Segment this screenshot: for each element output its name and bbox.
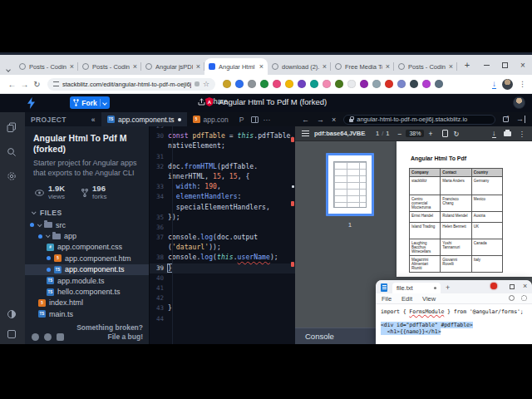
editor-tab-app-component-ts[interactable]: TS app.component.ts [101, 112, 187, 126]
extension-icon[interactable] [435, 80, 443, 88]
browser-tab[interactable]: Free Media Tools× [331, 58, 394, 75]
tree-item-app-component-htm[interactable]: 5app.component.htm [25, 253, 149, 264]
prettier-button[interactable]: P [239, 116, 244, 124]
extension-icon[interactable] [323, 80, 331, 88]
split-editor-icon[interactable] [251, 116, 259, 123]
preview-address-bar[interactable]: angular-html-to-pdf-m-oeji6j.stackblitz.… [343, 115, 495, 125]
extension-icon[interactable] [372, 80, 381, 88]
tab-search-chevron-icon[interactable] [2, 60, 13, 71]
search-icon[interactable] [7, 147, 17, 158]
extension-icon[interactable] [273, 80, 281, 88]
tree-item-index-html[interactable]: 5index.html [25, 298, 149, 308]
extension-icon[interactable] [260, 80, 268, 88]
forward-button[interactable]: → [18, 80, 31, 89]
extension-icon[interactable] [235, 80, 244, 88]
extension-icon[interactable] [422, 80, 431, 88]
twitter-icon[interactable] [32, 333, 39, 341]
code-editor[interactable]: 2930const pdfTable = this.pdfTable.nativ… [150, 126, 295, 344]
files-section-header[interactable]: FILES [25, 204, 149, 219]
extension-icon[interactable] [298, 80, 306, 88]
browser-tab[interactable]: Angular jsPDF-Auto× [141, 58, 204, 75]
zoom-in-button[interactable]: + [428, 130, 432, 138]
pdf-more-icon[interactable]: ⋮ [519, 130, 526, 138]
tab-close-icon[interactable]: × [259, 63, 264, 71]
tab-close-icon[interactable]: × [323, 63, 327, 71]
pdf-print-icon[interactable] [504, 131, 511, 136]
browser-tab[interactable]: Posts - Coding Shiks× [15, 58, 78, 75]
tab-close-icon[interactable]: × [386, 63, 390, 71]
fork-dropdown-icon[interactable] [102, 101, 107, 106]
extension-icon[interactable] [335, 80, 343, 88]
fit-page-icon[interactable] [442, 130, 448, 137]
menu-view[interactable]: View [422, 295, 436, 303]
preview-forward-icon[interactable]: → [317, 116, 324, 124]
file-a-bug-link[interactable]: File a bug! [76, 332, 143, 342]
window-close-button[interactable]: × [514, 55, 532, 75]
project-files-icon[interactable] [7, 122, 17, 133]
pdf-download-icon[interactable]: ↓ [492, 130, 496, 138]
theme-contrast-icon[interactable] [7, 309, 17, 320]
tab-close-icon[interactable]: × [196, 63, 200, 71]
editor-more-icon[interactable]: ⋯ [264, 116, 271, 124]
notepad-tab[interactable]: file.txt [392, 283, 441, 293]
tab-close-icon[interactable]: × [133, 63, 137, 71]
stackblitz-logo-icon[interactable] [27, 97, 35, 109]
zoom-level[interactable]: 38% [406, 130, 424, 137]
profile-avatar[interactable] [502, 79, 513, 90]
notepad-maximize-button[interactable] [510, 284, 515, 289]
collapse-panel-icon[interactable] [7, 329, 17, 340]
discord-icon[interactable] [57, 333, 64, 341]
tree-item-app[interactable]: app [25, 230, 149, 241]
browser-tab[interactable]: Posts - Coding Shiks× [394, 58, 457, 75]
tree-item-src[interactable]: src [25, 219, 149, 230]
preview-close-icon[interactable]: × [332, 116, 336, 124]
open-in-new-tab-icon[interactable] [503, 116, 509, 122]
rotate-icon[interactable]: ↻ [453, 130, 459, 138]
extension-icon[interactable] [385, 80, 393, 88]
user-avatar[interactable] [513, 96, 525, 109]
window-maximize-button[interactable] [495, 55, 514, 75]
zoom-out-button[interactable]: − [397, 130, 401, 138]
extension-icon[interactable] [397, 80, 406, 88]
extension-icon[interactable] [310, 80, 318, 88]
new-tab-button[interactable]: + [461, 59, 474, 72]
menu-edit[interactable]: Edit [401, 295, 412, 303]
extension-icon[interactable] [248, 80, 256, 88]
browser-menu-icon[interactable]: ⋮ [519, 80, 526, 88]
notepad-titlebar[interactable]: file.txt + × [376, 280, 532, 293]
notepad-close-button[interactable]: × [523, 282, 527, 290]
preview-back-icon[interactable]: ← [302, 116, 309, 124]
extension-icon[interactable] [410, 80, 418, 88]
downloads-icon[interactable]: ↓ [492, 80, 496, 89]
bookmark-star-icon[interactable]: ☆ [203, 81, 209, 88]
extension-icon[interactable] [360, 80, 368, 88]
tree-item-main-ts[interactable]: TSmain.ts [25, 308, 149, 319]
window-minimize-button[interactable] [477, 55, 495, 75]
collapse-sidebar-icon[interactable]: « [91, 116, 96, 124]
dock-right-icon[interactable]: → [516, 116, 525, 123]
site-info-icon[interactable] [53, 81, 59, 86]
tree-item-app-module-ts[interactable]: TSapp.module.ts [25, 275, 149, 286]
tree-item-hello-component-ts[interactable]: TShello.component.ts [25, 286, 149, 297]
reload-button[interactable]: ↻ [31, 80, 43, 89]
browser-tab[interactable]: download (2).pdf× [268, 58, 331, 75]
notepad-settings-icon[interactable] [521, 295, 527, 301]
extension-icon[interactable] [285, 80, 293, 88]
settings-gear-icon[interactable] [7, 171, 17, 182]
tree-item-app-component-ts[interactable]: TSapp.component.ts [25, 264, 149, 275]
browser-tab[interactable]: Angular Html To Pd× [204, 58, 268, 75]
pdf-thumbnail[interactable] [326, 153, 374, 216]
notepad-content[interactable]: import { FormsModule } from '@angular/fo… [376, 304, 532, 335]
pdf-page-current[interactable]: 1 [376, 130, 379, 137]
browser-tab[interactable]: Posts - Coding Shiks× [78, 58, 141, 75]
translate-icon[interactable] [195, 81, 200, 86]
tab-close-icon[interactable]: × [70, 63, 74, 71]
address-bar[interactable]: stackblitz.com/edit/angular-html-to-pdf-… [47, 78, 215, 91]
notepad-new-tab-button[interactable]: + [446, 283, 450, 292]
extension-icon[interactable] [223, 80, 231, 88]
fork-button[interactable]: Fork [70, 96, 110, 109]
back-button[interactable]: ← [6, 80, 18, 89]
editor-tab-app-component-html[interactable]: 5 app.con [187, 112, 234, 126]
pdf-menu-icon[interactable] [302, 131, 309, 136]
github-icon[interactable] [44, 333, 52, 341]
